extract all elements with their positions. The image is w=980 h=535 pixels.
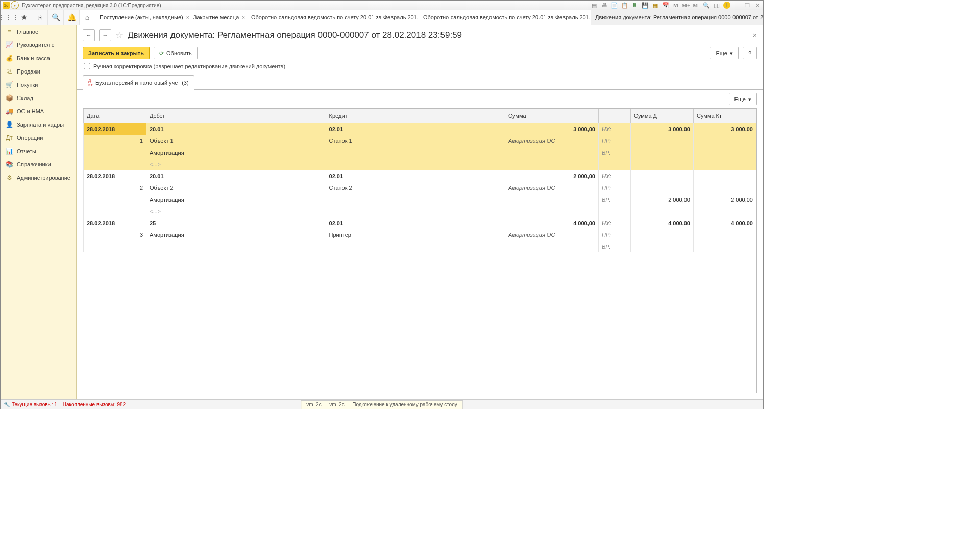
sidebar-icon: Дт (6, 134, 13, 141)
sidebar-item[interactable]: 🛍Продажи (1, 65, 76, 78)
entry-detail[interactable]: <...> (84, 205, 756, 217)
help-button[interactable]: ? (743, 47, 757, 59)
manual-edit-row: Ручная корректировка (разрешает редактир… (77, 61, 763, 71)
m-minus-icon[interactable]: M- (693, 2, 700, 9)
bell-icon[interactable]: 🔔 (64, 10, 80, 25)
clipboard-icon[interactable]: 📋 (621, 2, 628, 9)
m-icon[interactable]: M (672, 2, 679, 9)
sidebar-icon: 📈 (6, 41, 13, 48)
star-icon[interactable]: ☆ (115, 30, 124, 41)
entry-detail[interactable]: АмортизацияВР:2 000,002 000,00 (84, 193, 756, 205)
rdp-banner: vm_2c — vm_2c — Подключение к удаленному… (301, 400, 463, 409)
tab[interactable]: Оборотно-сальдовая ведомость по счету 20… (419, 10, 591, 25)
command-bar: Записать и закрыть ⟳Обновить Еще ▾ ? (77, 45, 763, 61)
sidebar-item[interactable]: 📈Руководителю (1, 38, 76, 52)
sidebar-item[interactable]: ≡Главное (1, 25, 76, 38)
minimize-icon[interactable]: – (733, 2, 741, 9)
save-icon[interactable]: 💾 (642, 2, 649, 9)
entry-detail[interactable]: 2Объект 2Станок 2Амортизация ОСПР: (84, 182, 756, 193)
col-date[interactable]: Дата (84, 109, 146, 123)
sidebar: ≡Главное📈Руководителю💰Банк и касса🛍Прода… (1, 25, 77, 399)
accumulated-calls: Накопленные вызовы: 982 (63, 402, 126, 407)
col-credit[interactable]: Кредит (326, 109, 505, 123)
entry-detail[interactable]: 1Объект 1Станок 1Амортизация ОСПР: (84, 135, 756, 147)
more-button[interactable]: Еще ▾ (710, 47, 738, 59)
sidebar-item[interactable]: 🛒Покупки (1, 78, 76, 91)
window-title: Бухгалтерия предприятия, редакция 3.0 (1… (22, 3, 161, 8)
entry-row[interactable]: 28.02.201820.0102.013 000,00НУ:3 000,003… (84, 123, 756, 135)
refresh-icon: ⟳ (159, 50, 164, 57)
entries-grid[interactable]: Дата Дебет Кредит Сумма Сумма Дт Сумма К… (83, 108, 757, 393)
entry-row[interactable]: 28.02.20182502.014 000,00НУ:4 000,004 00… (84, 217, 756, 229)
sidebar-icon: 💰 (6, 55, 13, 62)
sidebar-icon: 📊 (6, 148, 13, 155)
entry-detail[interactable]: АмортизацияВР: (84, 147, 756, 158)
sidebar-icon: 🛒 (6, 81, 13, 88)
entry-detail[interactable]: 3АмортизацияПринтерАмортизация ОСПР: (84, 229, 756, 240)
sidebar-item[interactable]: 👤Зарплата и кадры (1, 118, 76, 131)
sidebar-item[interactable]: 🚚ОС и НМА (1, 105, 76, 118)
close-page-icon[interactable]: × (753, 31, 757, 39)
sidebar-item[interactable]: 📦Склад (1, 91, 76, 105)
tabs: Поступление (акты, накладные)×Закрытие м… (95, 10, 763, 25)
layout-icon[interactable]: ▯▯ (713, 2, 720, 9)
date-icon[interactable]: 📅 (662, 2, 669, 9)
tab[interactable]: Оборотно-сальдовая ведомость по счету 20… (247, 10, 419, 25)
sidebar-icon: ≡ (6, 28, 13, 35)
copy-icon[interactable]: ⎘ (32, 10, 48, 25)
print-icon[interactable]: 🖶 (601, 2, 608, 9)
app-window: 1c ▼ Бухгалтерия предприятия, редакция 3… (0, 0, 764, 409)
calc-icon[interactable]: 🖩 (631, 2, 639, 9)
sidebar-item[interactable]: 💰Банк и касса (1, 52, 76, 65)
sidebar-item[interactable]: 📊Отчеты (1, 144, 76, 158)
m-plus-icon[interactable]: M+ (682, 2, 690, 9)
entry-detail[interactable]: <...> (84, 158, 756, 170)
col-sumkt[interactable]: Сумма Кт (694, 109, 756, 123)
tab[interactable]: Закрытие месяца× (189, 10, 247, 25)
current-calls: Текущие вызовы: 1 (12, 402, 57, 407)
restore-icon[interactable]: ❐ (744, 2, 751, 9)
panel-icon[interactable]: ▤ (591, 2, 598, 9)
col-debit[interactable]: Дебет (146, 109, 326, 123)
dtkt-icon: ДтКт (88, 78, 93, 87)
perf-icon: 🔧 (4, 402, 10, 407)
dropdown-icon[interactable]: ▼ (11, 1, 19, 9)
topbar: ⋮⋮⋮ ★ ⎘ 🔍 🔔 ⌂ Поступление (акты, накладн… (1, 10, 763, 25)
close-window-icon[interactable]: ✕ (754, 2, 761, 9)
subtab-strip: ДтКт Бухгалтерский и налоговый учет (3) (77, 75, 763, 90)
page-title: Движения документа: Регламентная операци… (128, 30, 462, 40)
manual-edit-checkbox[interactable] (84, 63, 90, 69)
sidebar-icon: ⚙ (6, 174, 13, 181)
sidebar-icon: 📚 (6, 161, 13, 168)
doc-icon[interactable]: 📄 (611, 2, 618, 9)
entry-detail[interactable]: ВР: (84, 240, 756, 252)
sidebar-item[interactable]: 📚Справочники (1, 158, 76, 171)
sidebar-item[interactable]: ДтОперации (1, 131, 76, 144)
entry-row[interactable]: 28.02.201820.0102.012 000,00НУ: (84, 170, 756, 182)
accounting-tab[interactable]: ДтКт Бухгалтерский и налоговый учет (3) (83, 75, 194, 90)
refresh-button[interactable]: ⟳Обновить (154, 47, 198, 59)
favorite-icon[interactable]: ★ (16, 10, 32, 25)
back-button[interactable]: ← (83, 29, 95, 41)
tab[interactable]: Движения документа: Регламентная операци… (591, 10, 763, 25)
sidebar-item[interactable]: ⚙Администрирование (1, 171, 76, 184)
statusbar: 🔧 Текущие вызовы: 1 Накопленные вызовы: … (1, 399, 763, 409)
forward-button[interactable]: → (99, 29, 111, 41)
close-tab-icon[interactable]: × (186, 15, 189, 20)
calendar-icon[interactable]: ▦ (652, 2, 659, 9)
chevron-down-icon: ▾ (730, 50, 733, 57)
table-more-button[interactable]: Еще ▾ (729, 93, 757, 105)
info-icon[interactable]: i (723, 2, 730, 9)
search-icon[interactable]: 🔍 (48, 10, 64, 25)
col-sum[interactable]: Сумма (505, 109, 599, 123)
col-label[interactable] (599, 109, 631, 123)
close-tab-icon[interactable]: × (242, 15, 245, 20)
manual-edit-label: Ручная корректировка (разрешает редактир… (93, 63, 285, 69)
col-sumdt[interactable]: Сумма Дт (631, 109, 694, 123)
table-toolbar: Еще ▾ (77, 90, 763, 108)
apps-icon[interactable]: ⋮⋮⋮ (1, 10, 16, 25)
home-icon[interactable]: ⌂ (80, 10, 95, 25)
tab[interactable]: Поступление (акты, накладные)× (95, 10, 189, 25)
zoom-icon[interactable]: 🔍 (703, 2, 710, 9)
save-close-button[interactable]: Записать и закрыть (83, 47, 150, 59)
